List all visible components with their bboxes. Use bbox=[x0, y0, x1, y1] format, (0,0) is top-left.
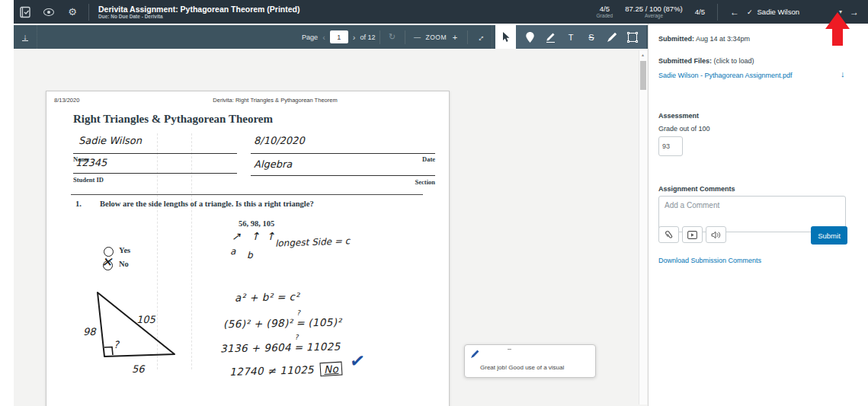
paperclip-icon bbox=[665, 230, 674, 240]
file-download-icon[interactable]: ↓ bbox=[841, 69, 845, 78]
zoom-out-button[interactable]: — bbox=[409, 25, 426, 49]
red-pointer-arrow bbox=[825, 12, 850, 46]
highlighter-icon bbox=[546, 32, 556, 43]
cursor-icon bbox=[501, 32, 511, 43]
grading-sidebar: Submitted: Aug 14 at 3:34pm Submitted Fi… bbox=[648, 24, 868, 406]
pen-annotation-icon bbox=[471, 350, 479, 358]
date-line bbox=[251, 139, 435, 154]
work-line-2-right: (105)² bbox=[308, 316, 341, 329]
submitted-files-heading: Submitted Files: (click to load) bbox=[658, 57, 754, 65]
average-label: Average bbox=[625, 13, 683, 19]
next-page-button[interactable]: › bbox=[353, 33, 356, 42]
grade-input[interactable] bbox=[658, 136, 683, 156]
submit-button[interactable]: Submit bbox=[811, 226, 847, 245]
gradebook-icon[interactable] bbox=[18, 5, 32, 19]
graded-check-icon: ✓ bbox=[747, 8, 753, 16]
assessment-heading: Assessment bbox=[658, 112, 699, 120]
page-number-input[interactable] bbox=[330, 30, 348, 43]
assignment-comments-heading: Assignment Comments bbox=[658, 185, 735, 193]
submitted-file-link[interactable]: Sadie Wilson - Pythagorean Assignment.pd… bbox=[658, 72, 793, 79]
zoom-label: ZOOM bbox=[426, 34, 447, 41]
download-document-button[interactable]: ↓ bbox=[17, 25, 34, 49]
draw-annotation-button[interactable] bbox=[603, 28, 621, 46]
triangle-side-105: 105 bbox=[136, 314, 155, 325]
work-line-2: (56)² + (98)²?=(105)² bbox=[223, 316, 341, 331]
toolbar-divider bbox=[492, 25, 492, 49]
annotation-comment-popup[interactable]: Great job! Good use of a visual bbox=[464, 344, 596, 378]
yes-label: Yes bbox=[119, 246, 130, 254]
toolbar-divider bbox=[467, 30, 468, 44]
strikeout-annotation-button[interactable]: S bbox=[582, 28, 601, 46]
prev-student-button[interactable]: ← bbox=[730, 7, 739, 18]
student-position-count: 4/5 bbox=[695, 8, 705, 16]
audio-comment-button[interactable] bbox=[706, 226, 726, 243]
graded-stat: 4/5 Graded bbox=[597, 5, 613, 19]
teacher-checkmark-annotation: ✓ bbox=[348, 350, 367, 373]
page-label: Page bbox=[302, 34, 318, 41]
comment-media-buttons bbox=[658, 226, 726, 243]
side-lengths-text: 56, 98, 105 bbox=[239, 219, 274, 228]
page-total-label: of 12 bbox=[360, 34, 375, 41]
name-line bbox=[73, 139, 237, 154]
download-submission-comments-link[interactable]: Download Submission Comments bbox=[658, 257, 761, 264]
strikeout-icon: S bbox=[588, 33, 594, 42]
assignment-title-block: Derivita Assignment: Pythagorean Theorem… bbox=[89, 5, 300, 20]
media-icon bbox=[687, 231, 697, 239]
student-id-label: Student ID bbox=[73, 176, 104, 184]
speaker-icon bbox=[711, 231, 721, 239]
rotate-button[interactable]: ↻ bbox=[384, 25, 401, 49]
attach-file-button[interactable] bbox=[658, 226, 679, 243]
zoom-in-button[interactable]: + bbox=[447, 25, 463, 49]
area-select-icon bbox=[628, 33, 637, 42]
document-toolbar: ↓ Page ‹ › of 12 ↻ — ZOOM + ↔ T bbox=[14, 25, 648, 49]
triangle-angle-question: ? bbox=[114, 339, 119, 350]
question-divider bbox=[71, 194, 423, 195]
triangle-drawing bbox=[91, 288, 186, 364]
speedgrader-app: ⚙ Derivita Assignment: Pythagorean Theor… bbox=[0, 0, 868, 406]
worksheet-print-date: 8/13/2020 bbox=[54, 97, 79, 104]
select-cursor-tool-button[interactable] bbox=[495, 25, 516, 49]
handwritten-label-b: b bbox=[247, 250, 253, 261]
toolbar-divider bbox=[405, 30, 405, 44]
scroll-up-arrow-icon[interactable]: ▲ bbox=[641, 53, 645, 57]
work-line-3: 3136 + 9604?=11025 bbox=[220, 340, 341, 355]
section-label: Section bbox=[251, 178, 435, 186]
fullscreen-button[interactable]: ↔ bbox=[472, 25, 488, 49]
work-line-3-left: 3136 + 9604 bbox=[220, 341, 291, 355]
eye-icon[interactable] bbox=[42, 5, 56, 19]
text-tool-icon: T bbox=[569, 33, 574, 42]
text-annotation-button[interactable]: T bbox=[562, 28, 580, 46]
next-student-button[interactable]: → bbox=[850, 7, 859, 18]
annotation-tool-panel: T S bbox=[516, 25, 646, 49]
worksheet-title: Right Triangles & Pythagorean Theorem bbox=[73, 113, 273, 126]
assignment-title: Derivita Assignment: Pythagorean Theorem… bbox=[98, 5, 300, 14]
handwritten-x-mark: ✕ bbox=[101, 254, 112, 270]
graded-value: 4/5 bbox=[597, 5, 613, 13]
no-label: No bbox=[119, 260, 129, 268]
question-equals: ? bbox=[296, 309, 300, 317]
submitted-files-note: (click to load) bbox=[712, 57, 754, 65]
toolbar-divider bbox=[380, 30, 380, 44]
highlight-annotation-button[interactable] bbox=[541, 28, 559, 46]
media-comment-button[interactable] bbox=[682, 226, 703, 243]
average-stat: 87.25 / 100 (87%) Average bbox=[625, 5, 683, 19]
student-id-line bbox=[73, 159, 237, 174]
scrollbar-thumb[interactable] bbox=[640, 61, 646, 90]
work-line-1: a² + b² = c² bbox=[235, 290, 299, 303]
triangle-side-98: 98 bbox=[83, 326, 96, 337]
settings-gear-icon[interactable]: ⚙ bbox=[66, 5, 79, 19]
handwritten-arrow-c: ↑ bbox=[266, 230, 275, 242]
area-annotation-button[interactable] bbox=[623, 28, 642, 46]
work-line-4: 12740 ≠ 11025No bbox=[229, 362, 343, 379]
point-annotation-button[interactable] bbox=[520, 28, 539, 46]
submitted-value: Aug 14 at 3:34pm bbox=[694, 35, 750, 43]
annotation-comment-text: Great job! Good use of a visual bbox=[480, 364, 564, 371]
graded-label: Graded bbox=[597, 13, 613, 19]
assignment-due-date: Due: No Due Date - Derivita bbox=[98, 14, 300, 19]
handwritten-label-a: a bbox=[230, 246, 235, 257]
prev-page-button[interactable]: ‹ bbox=[322, 33, 325, 42]
question-equals: ? bbox=[295, 334, 299, 341]
comment-dash bbox=[508, 349, 511, 350]
viewer-scrollbar[interactable]: ▲ bbox=[639, 50, 647, 404]
toolbar-divider bbox=[37, 25, 37, 49]
